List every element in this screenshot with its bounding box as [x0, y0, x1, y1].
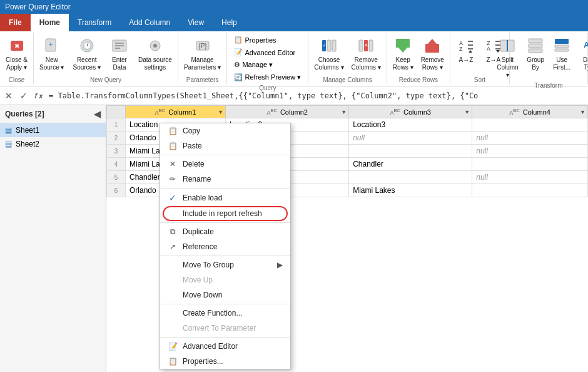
ctx-rename[interactable]: ✏ Rename	[160, 172, 290, 187]
formula-confirm-icon[interactable]: ✓	[18, 91, 30, 101]
use-first-icon	[552, 36, 572, 56]
advanced-editor-button[interactable]: 📝 Advanced Editor	[231, 46, 298, 58]
properties-button[interactable]: 📋 Properties	[231, 34, 279, 46]
choose-columns-icon: ✓	[319, 36, 339, 56]
use-first-button[interactable]: UseFirst...	[549, 34, 574, 73]
cell-6-4	[472, 184, 588, 197]
svg-text:✖: ✖	[14, 43, 19, 49]
col1-label: Column1	[168, 108, 196, 116]
query-item-sheet2[interactable]: ▤ Sheet2	[0, 137, 106, 151]
ctx-advanced-editor-icon: 📝	[168, 342, 178, 351]
ctx-move-down-label: Move Down	[183, 291, 222, 299]
ctx-duplicate[interactable]: ⧉ Duplicate	[160, 224, 290, 239]
svg-marker-31	[469, 50, 472, 53]
group-by-label: GroupBy	[527, 56, 544, 71]
remove-rows-button[interactable]: RemoveRows ▾	[418, 34, 447, 73]
svg-rect-42	[529, 49, 542, 53]
enter-data-button[interactable]: EnterData	[106, 34, 133, 73]
group-by-button[interactable]: GroupBy	[523, 34, 548, 73]
manage-label: Manage ▾	[242, 61, 273, 69]
advanced-editor-label: Advanced Editor	[245, 49, 295, 56]
formula-input[interactable]	[49, 91, 585, 100]
formula-cancel-icon[interactable]: ✕	[3, 91, 15, 101]
cell-6-3: Miami Lakes	[349, 184, 472, 197]
data-type-label: Data Ty...	[579, 56, 588, 71]
svg-rect-43	[555, 39, 569, 44]
cell-3-3	[349, 145, 472, 158]
cell-2-4: null	[472, 132, 588, 145]
refresh-preview-label: Refresh Preview ▾	[245, 73, 301, 81]
data-type-icon: Aa	[580, 36, 588, 56]
ctx-copy[interactable]: 📋 Copy	[160, 123, 290, 138]
ctx-advanced-editor[interactable]: 📝 Advanced Editor	[160, 339, 290, 354]
ctx-duplicate-label: Duplicate	[183, 227, 214, 236]
col4-type: ABC	[509, 110, 519, 116]
data-source-settings-label: Data sourcesettings	[138, 56, 172, 71]
data-type-button[interactable]: Aa Data Ty...	[575, 34, 588, 73]
svg-text:+: +	[48, 40, 53, 49]
duplicate-icon: ⧉	[168, 227, 178, 236]
data-area: ABC Column1 ▼ ABC Column2 ▼ ABC Column3 …	[106, 105, 588, 372]
data-source-settings-icon	[145, 36, 165, 56]
choose-columns-button[interactable]: ✓ ChooseColumns ▾	[311, 34, 347, 73]
ribbon-group-transform: SplitColumn ▾ GroupBy	[510, 33, 588, 85]
query-item-sheet1[interactable]: ▤ Sheet1	[0, 123, 106, 137]
tab-help[interactable]: Help	[213, 14, 246, 31]
tab-view[interactable]: View	[179, 14, 213, 31]
manage-parameters-button[interactable]: {P} ManageParameters ▾	[181, 34, 224, 73]
cell-3-4: null	[472, 145, 588, 158]
query-sheet2-label: Sheet2	[16, 140, 39, 148]
col4-dropdown-icon[interactable]: ▼	[580, 109, 585, 115]
col4-label: Column4	[523, 108, 550, 116]
ctx-move-down[interactable]: Move Down	[160, 287, 290, 302]
rename-icon: ✏	[168, 175, 178, 183]
ctx-create-function[interactable]: Create Function...	[160, 306, 290, 321]
ctx-paste[interactable]: 📋 Paste	[160, 138, 290, 153]
refresh-preview-button[interactable]: 🔄 Refresh Preview ▾	[231, 71, 304, 83]
col-header-1[interactable]: ABC Column1 ▼	[126, 106, 226, 118]
svg-rect-22	[396, 39, 410, 48]
remove-columns-icon: ✕	[356, 36, 376, 56]
col-header-2[interactable]: ABC Column2 ▼	[226, 106, 349, 118]
choose-columns-label: ChooseColumns ▾	[314, 56, 343, 71]
queries-collapse-icon[interactable]: ◀	[94, 109, 101, 119]
ctx-include-refresh[interactable]: Include in report refresh	[160, 206, 290, 221]
svg-rect-41	[529, 44, 542, 48]
col-header-4[interactable]: ABC Column4 ▼	[472, 106, 588, 118]
tab-addcolumn[interactable]: Add Column	[120, 14, 179, 31]
new-source-button[interactable]: + NewSource ▾	[36, 34, 67, 73]
keep-rows-button[interactable]: KeepRows ▾	[390, 34, 417, 73]
col3-dropdown-icon[interactable]: ▼	[464, 109, 470, 115]
use-first-label: UseFirst...	[553, 56, 570, 71]
create-function-icon	[168, 309, 178, 318]
keep-rows-label: KeepRows ▾	[393, 56, 413, 71]
data-source-settings-button[interactable]: Data sourcesettings	[135, 34, 175, 73]
col2-dropdown-icon[interactable]: ▼	[341, 109, 347, 115]
col1-dropdown-icon[interactable]: ▼	[218, 109, 223, 115]
sort-az-button[interactable]: A Z A→Z	[453, 34, 479, 66]
col-header-3[interactable]: ABC Column3 ▼	[349, 106, 472, 118]
close-apply-button[interactable]: ✖ Close &Apply ▾	[3, 34, 31, 73]
recent-sources-icon: 🕐	[77, 36, 97, 56]
ctx-reference[interactable]: ↗ Reference	[160, 239, 290, 254]
manage-button[interactable]: ⚙ Manage ▾	[231, 59, 276, 71]
col3-label: Column3	[403, 108, 431, 116]
new-source-label: NewSource ▾	[39, 56, 64, 71]
split-column-button[interactable]: SplitColumn ▾	[494, 34, 522, 81]
ctx-move-up: Move Up	[160, 272, 290, 287]
ctx-enable-load[interactable]: ✓ Enable load	[160, 190, 290, 206]
close-group-label: Close	[9, 76, 25, 83]
ctx-properties[interactable]: 📋 Properties...	[160, 354, 290, 369]
tab-home[interactable]: Home	[31, 14, 69, 31]
ctx-sep-3	[160, 222, 290, 223]
submenu-arrow: ▶	[277, 261, 283, 269]
remove-columns-button[interactable]: ✕ RemoveColumns ▾	[348, 34, 384, 73]
ribbon-group-query: 📋 Properties 📝 Advanced Editor ⚙ Manage …	[227, 33, 308, 85]
move-down-icon	[168, 291, 178, 299]
properties-label: Properties	[245, 36, 276, 44]
recent-sources-button[interactable]: 🕐 RecentSources ▾	[69, 34, 103, 73]
ctx-move-to-group[interactable]: Move To Group ▶	[160, 257, 290, 272]
tab-transform[interactable]: Transform	[69, 14, 120, 31]
ctx-delete[interactable]: ✕ Delete	[160, 157, 290, 172]
tab-file[interactable]: File	[0, 14, 31, 31]
